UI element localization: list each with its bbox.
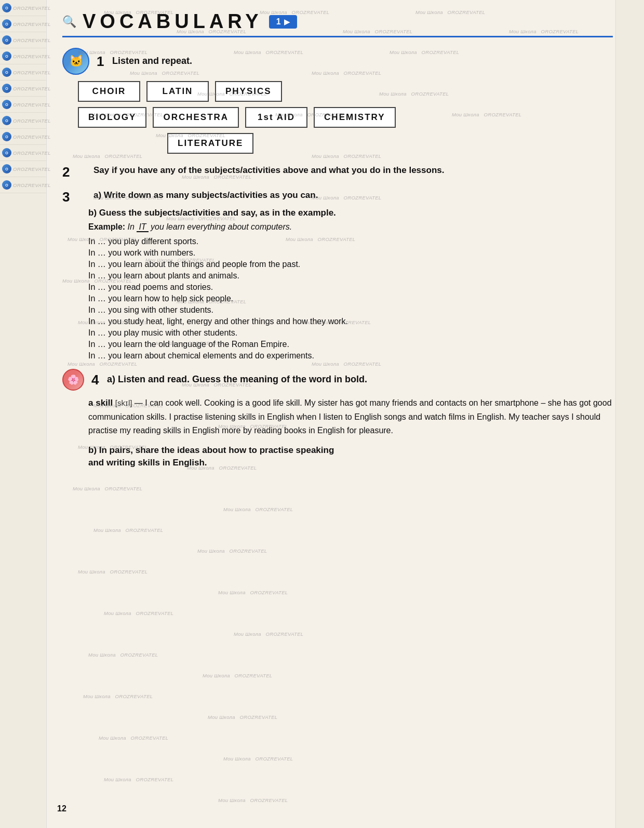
sidebar-watermark: OROZREVATEL: [13, 37, 51, 43]
exercise-3b-label: b) Guess the subjects/activities and say…: [88, 208, 613, 218]
search-icon: 🔍: [62, 15, 76, 29]
sidebar-badge: O OROZREVATEL: [0, 16, 46, 32]
wm52: Мои Школа OROZREVATEL: [223, 756, 293, 762]
page-number-badge: 1: [276, 17, 281, 26]
wm45: Мои Школа OROZREVATEL: [104, 610, 173, 616]
sidebar-badge: O OROZREVATEL: [0, 0, 46, 16]
word-latin: LATIN: [146, 81, 209, 102]
exercise-4-title: 🌸 4 a) Listen and read. Guess the meanin…: [62, 369, 613, 391]
sentence-item-4: In … you learn about plants and animals.: [88, 271, 613, 281]
sentence-item-8: In … you study heat, light, energy and o…: [88, 317, 613, 326]
sidebar-watermark: OROZREVATEL: [13, 134, 51, 140]
page-badge: 1 ▶: [269, 15, 297, 29]
sidebar-badge: O OROZREVATEL: [0, 48, 46, 64]
example-label: Example:: [88, 222, 125, 231]
exercise-2-title: 2 Say if you have any of the subjects/ac…: [62, 165, 613, 179]
wm51: Мои Школа OROZREVATEL: [99, 735, 168, 741]
wm43: Мои Школа OROZREVATEL: [78, 569, 147, 575]
exercise-4-body: a skill [skɪl] — I can cook well. Cookin…: [88, 396, 613, 438]
sidebar-watermark: OROZREVATEL: [13, 54, 51, 59]
sentence-item-11: In … you learn about chemical elements a…: [88, 351, 613, 360]
logo-circle: O: [2, 19, 11, 29]
exercise-1: 🐱 1 Listen and repeat. CHOIR LATIN PHYSI…: [62, 48, 613, 154]
sentence-item-7: In … you sing with other students.: [88, 305, 613, 315]
exercise-3: 3 a) Write down as many subjects/activit…: [62, 190, 613, 360]
vocabulary-header: 🔍 VOCABULARY 1 ▶: [62, 10, 613, 37]
wm44: Мои Школа OROZREVATEL: [218, 590, 288, 595]
logo-circle: O: [2, 68, 11, 77]
sidebar-watermark: OROZREVATEL: [13, 166, 51, 172]
word-orchestra: ORCHESTRA: [153, 107, 239, 128]
logo-circle: O: [2, 100, 11, 109]
page-number: 12: [57, 804, 66, 813]
word-literature: LITERATURE: [167, 133, 253, 154]
page-title: VOCABULARY: [83, 10, 263, 33]
sentence-item-1: In … you play different sports.: [88, 237, 613, 246]
exercise-2-number: 2: [62, 165, 74, 179]
sidebar-watermark: OROZREVATEL: [13, 70, 51, 75]
word-row-3: LITERATURE: [78, 133, 613, 154]
exercise-4: 🌸 4 a) Listen and read. Guess the meanin…: [62, 369, 613, 469]
sidebar-badge: O OROZREVATEL: [0, 129, 46, 145]
word-physics: PHYSICS: [215, 81, 282, 102]
logo-circle: O: [2, 51, 11, 61]
logo-circle: O: [2, 3, 11, 12]
sidebar-badge: O OROZREVATEL: [0, 32, 46, 48]
logo-circle: O: [2, 35, 11, 45]
sidebar-watermark: OROZREVATEL: [13, 86, 51, 91]
sentences-list: In … you play different sports.In … you …: [88, 237, 613, 360]
logo-circle: O: [2, 116, 11, 125]
sentence-item-3: In … you learn about the things and peop…: [88, 260, 613, 269]
sentence-item-5: In … you read poems and stories.: [88, 283, 613, 292]
sidebar-watermark: OROZREVATEL: [13, 21, 51, 27]
wm53: Мои Школа OROZREVATEL: [104, 777, 173, 782]
sidebar-watermark: OROZREVATEL: [13, 5, 51, 11]
sidebar-badge: O OROZREVATEL: [0, 97, 46, 113]
wm42: Мои Школа OROZREVATEL: [197, 548, 267, 554]
sentence-item-10: In … you learn the old language of the R…: [88, 340, 613, 349]
sidebar-badge: O OROZREVATEL: [0, 177, 46, 193]
wm40: Мои Школа OROZREVATEL: [223, 506, 293, 512]
word-row-2: BIOLOGY ORCHESTRA 1st AID CHEMISTRY: [78, 107, 613, 128]
word-biology: BIOLOGY: [78, 107, 146, 128]
phonetic: [skɪl]: [115, 398, 132, 407]
left-sidebar: O OROZREVATEL O OROZREVATEL O OROZREVATE…: [0, 0, 47, 828]
wm50: Мои Школа OROZREVATEL: [208, 714, 277, 720]
example-body: you learn everything about computers.: [151, 222, 292, 231]
main-content: 🔍 VOCABULARY 1 ▶ 🐱 1 Listen and repeat. …: [47, 0, 644, 501]
logo-circle: O: [2, 164, 11, 173]
sidebar-badge: O OROZREVATEL: [0, 161, 46, 177]
logo-circle: O: [2, 132, 11, 141]
word-choir: CHOIR: [78, 81, 140, 102]
sentence-item-9: In … you play music with other students.: [88, 328, 613, 338]
exercise-2-text: Say if you have any of the subjects/acti…: [93, 165, 444, 176]
exercise-4-text: — I can cook well. Cooking is a good lif…: [88, 398, 612, 435]
mascot-small-icon: 🌸: [62, 369, 84, 391]
logo-circle: O: [2, 84, 11, 93]
exercise-1-number: 1: [97, 55, 108, 68]
sidebar-watermark: OROZREVATEL: [13, 182, 51, 188]
wm48: Мои Школа OROZREVATEL: [203, 673, 272, 678]
arrow-icon: ▶: [284, 18, 290, 26]
logo-circle: O: [2, 148, 11, 157]
sidebar-badge: O OROZREVATEL: [0, 81, 46, 97]
exercise-4-label: a) Listen and read. Guess the meaning of…: [107, 373, 367, 385]
logo-circle: O: [2, 180, 11, 190]
exercise-1-label: Listen and repeat.: [112, 55, 192, 67]
mascot-icon: 🐱: [62, 48, 89, 75]
sidebar-badge: O OROZREVATEL: [0, 113, 46, 129]
sidebar-badge: O OROZREVATEL: [0, 64, 46, 81]
exercise-4-number: 4: [91, 373, 103, 386]
word-1staid: 1st AID: [245, 107, 307, 128]
word-row-1: CHOIR LATIN PHYSICS: [78, 81, 613, 102]
sidebar-watermark: OROZREVATEL: [13, 102, 51, 108]
wm41: Мои Школа OROZREVATEL: [93, 527, 163, 533]
example-in: In: [128, 222, 137, 231]
skill-word: a skill: [88, 398, 113, 408]
example-line: Example: In IT you learn everything abou…: [88, 222, 613, 232]
word-grid: CHOIR LATIN PHYSICS BIOLOGY ORCHESTRA 1s…: [78, 81, 613, 154]
exercise-3-number: 3: [62, 190, 74, 204]
exercise-2: 2 Say if you have any of the subjects/ac…: [62, 165, 613, 179]
example-it: IT: [137, 222, 148, 232]
wm54: Мои Школа OROZREVATEL: [218, 797, 288, 803]
